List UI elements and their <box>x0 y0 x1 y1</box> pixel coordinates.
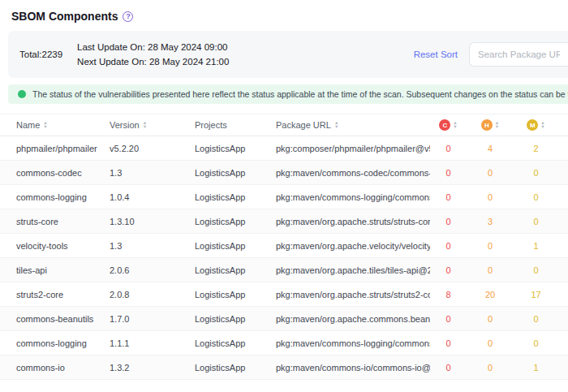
cell-severity-m: 0 <box>514 338 558 348</box>
cell-purl: pkg:maven/commons-codec/commons-co... <box>276 168 430 178</box>
cell-name: struts-core <box>16 217 110 226</box>
cell-version: 2.0.6 <box>110 265 195 275</box>
cell-purl: pkg:composer/phpmailer/phpmailer@v5.2... <box>276 144 430 153</box>
cell-version: 1.0.4 <box>110 192 195 202</box>
column-header-severity-c[interactable]: C▲▼ <box>430 119 467 131</box>
cell-projects: LogisticsApp <box>195 217 276 226</box>
cell-severity-h: 0 <box>467 338 514 348</box>
severity-h-badge-icon: H <box>481 119 493 131</box>
cell-projects: LogisticsApp <box>195 363 276 373</box>
table-row[interactable]: commons-logging1.1.1LogisticsApppkg:mave… <box>0 331 568 355</box>
sbom-components-page: SBOM Components ? Total:2239 Last Update… <box>0 0 568 392</box>
total-count: Total:2239 <box>19 50 62 59</box>
sort-icon: ▲▼ <box>453 121 457 129</box>
cell-projects: LogisticsApp <box>195 192 276 202</box>
column-label-name: Name <box>16 120 40 130</box>
cell-severity-m: 0 <box>514 168 558 178</box>
cell-name: commons-codec <box>16 168 110 178</box>
sort-icon: ▲▼ <box>143 121 147 129</box>
cell-purl: pkg:maven/org.apache.commons.beanutils..… <box>276 314 430 324</box>
table-row[interactable]: commons-logging1.0.4LogisticsApppkg:mave… <box>0 185 568 209</box>
cell-severity-h: 3 <box>467 217 514 226</box>
cell-name: commons-logging <box>16 192 110 202</box>
table-row[interactable]: commons-beanutils1.7.0LogisticsApppkg:ma… <box>0 307 568 331</box>
cell-name: phpmailer/phpmailer <box>16 144 110 153</box>
cell-severity-m: 0 <box>514 217 558 226</box>
table-row[interactable]: struts-core1.3.10LogisticsApppkg:maven/o… <box>0 209 568 234</box>
cell-severity-m: 2 <box>514 144 558 153</box>
reset-sort-link[interactable]: Reset Sort <box>414 50 458 59</box>
table-row[interactable]: commons-io1.3.2LogisticsApppkg:maven/com… <box>0 355 568 380</box>
cell-version: 1.7.0 <box>110 314 195 324</box>
cell-projects: LogisticsApp <box>195 168 276 178</box>
cell-purl: pkg:maven/commons-logging/commons-l... <box>276 192 430 202</box>
cell-severity-c: 0 <box>430 265 467 275</box>
column-header-version[interactable]: Version▲▼ <box>110 120 195 130</box>
cell-severity-h: 4 <box>467 144 514 153</box>
page-header: SBOM Components ? <box>0 0 568 31</box>
cell-severity-c: 0 <box>430 363 467 373</box>
column-header-severity-m[interactable]: M▲▼ <box>514 119 558 131</box>
toolbar: Total:2239 Last Update On: 28 May 2024 0… <box>8 31 568 78</box>
cell-purl: pkg:maven/commons-logging/commons-l... <box>276 338 430 348</box>
cell-purl: pkg:maven/org.apache.struts/struts-core@… <box>276 217 430 226</box>
cell-severity-m: 0 <box>514 314 558 324</box>
cell-severity-c: 0 <box>430 217 467 226</box>
cell-projects: LogisticsApp <box>195 338 276 348</box>
cell-severity-c: 0 <box>430 241 467 251</box>
cell-purl: pkg:maven/org.apache.struts/struts2-core… <box>276 290 430 299</box>
info-banner: The status of the vulnerabilities presen… <box>8 84 568 104</box>
cell-name: commons-io <box>16 363 110 373</box>
column-label-version: Version <box>110 120 140 130</box>
column-header-name[interactable]: Name▲▼ <box>16 120 110 130</box>
cell-purl: pkg:maven/org.apache.tiles/tiles-api@2.0… <box>276 265 430 275</box>
table-body: phpmailer/phpmailerv5.2.20LogisticsApppk… <box>0 136 568 380</box>
cell-severity-c: 0 <box>430 314 467 324</box>
table-row[interactable]: phpmailer/phpmailerv5.2.20LogisticsApppk… <box>0 136 568 161</box>
table-row[interactable]: commons-codec1.3LogisticsApppkg:maven/co… <box>0 161 568 185</box>
help-icon[interactable]: ? <box>123 11 133 22</box>
cell-name: struts2-core <box>16 290 110 299</box>
cell-severity-m: 17 <box>514 290 558 299</box>
severity-m-badge-icon: M <box>527 119 538 131</box>
table-row[interactable]: velocity-tools1.3LogisticsApppkg:maven/o… <box>0 234 568 258</box>
cell-severity-h: 0 <box>467 265 514 275</box>
sort-icon: ▲▼ <box>495 121 499 129</box>
column-header-purl[interactable]: Package URL▲▼ <box>276 120 430 130</box>
cell-severity-h: 0 <box>467 241 514 251</box>
cell-severity-m: 0 <box>514 192 558 202</box>
cell-purl: pkg:maven/commons-io/commons-io@1.3.2 <box>276 363 430 373</box>
cell-severity-c: 8 <box>430 290 467 299</box>
cell-name: commons-beanutils <box>16 314 110 324</box>
cell-projects: LogisticsApp <box>195 241 276 251</box>
banner-text: The status of the vulnerabilities presen… <box>32 89 568 99</box>
cell-projects: LogisticsApp <box>195 144 276 153</box>
table-row[interactable]: tiles-api2.0.6LogisticsApppkg:maven/org.… <box>0 258 568 282</box>
column-header-severity-h[interactable]: H▲▼ <box>467 119 514 131</box>
cell-version: 1.3.2 <box>110 363 195 373</box>
cell-projects: LogisticsApp <box>195 290 276 299</box>
sort-icon: ▲▼ <box>43 121 47 129</box>
cell-severity-c: 0 <box>430 192 467 202</box>
column-header-projects: Projects <box>195 120 276 130</box>
cell-severity-h: 0 <box>467 168 514 178</box>
cell-severity-m: 1 <box>514 363 558 373</box>
info-dot-icon <box>18 90 26 98</box>
last-update-text: Last Update On: 28 May 2024 09:00 <box>77 42 229 52</box>
sort-icon: ▲▼ <box>334 121 338 129</box>
table-header-row: Name▲▼Version▲▼ProjectsPackage URL▲▼C▲▼H… <box>0 114 568 136</box>
cell-severity-m: 1 <box>514 241 558 251</box>
cell-severity-h: 0 <box>467 192 514 202</box>
search-input[interactable] <box>469 42 568 67</box>
cell-name: velocity-tools <box>16 241 110 251</box>
components-table: Name▲▼Version▲▼ProjectsPackage URL▲▼C▲▼H… <box>0 114 568 380</box>
cell-version: 1.3 <box>110 168 195 178</box>
cell-severity-c: 0 <box>430 338 467 348</box>
cell-severity-h: 0 <box>467 363 514 373</box>
sort-icon: ▲▼ <box>540 121 544 129</box>
cell-name: commons-logging <box>16 338 110 348</box>
cell-purl: pkg:maven/org.apache.velocity/velocity-t… <box>276 241 430 251</box>
cell-version: 1.3.10 <box>110 217 195 226</box>
cell-version: 1.3 <box>110 241 195 251</box>
table-row[interactable]: struts2-core2.0.8LogisticsApppkg:maven/o… <box>0 282 568 307</box>
